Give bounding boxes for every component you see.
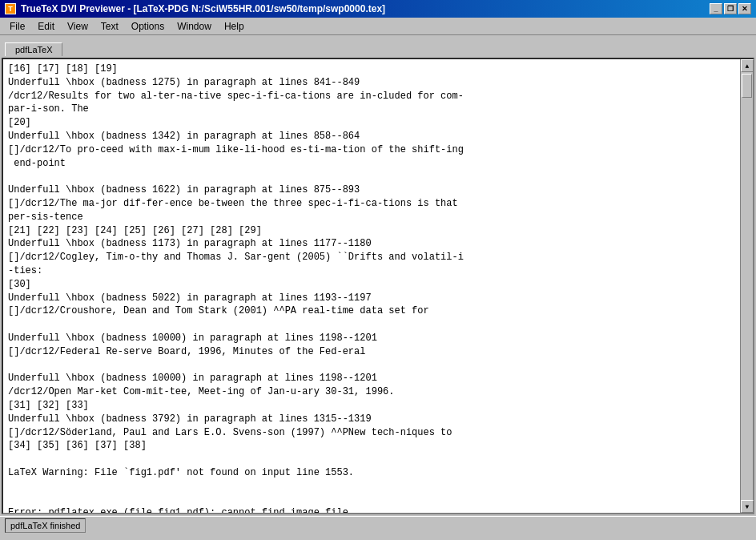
status-text: pdfLaTeX finished bbox=[10, 521, 80, 530]
minimize-button[interactable]: _ bbox=[710, 3, 722, 14]
menu-bar: File Edit View Text Options Window Help bbox=[0, 18, 756, 35]
menu-view[interactable]: View bbox=[61, 18, 94, 34]
menu-window[interactable]: Window bbox=[171, 18, 218, 34]
tab-pdflatex[interactable]: pdfLaTeX bbox=[5, 42, 62, 56]
scroll-track[interactable] bbox=[741, 72, 753, 500]
title-bar: T TrueTeX DVI Previewer - [LaTeX-PDG N:/… bbox=[0, 0, 756, 18]
menu-text[interactable]: Text bbox=[94, 18, 125, 34]
scroll-up-button[interactable]: ▲ bbox=[741, 59, 754, 72]
restore-button[interactable]: ❐ bbox=[724, 3, 737, 14]
window-title: TrueTeX DVI Previewer - [LaTeX-PDG N:/Sc… bbox=[21, 3, 385, 14]
status-bar: pdfLaTeX finished bbox=[0, 516, 756, 534]
close-button[interactable]: ✕ bbox=[738, 3, 751, 14]
scrollbar[interactable]: ▲ ▼ bbox=[740, 59, 753, 513]
title-bar-controls: _ ❐ ✕ bbox=[710, 3, 751, 14]
output-content[interactable]: [16] [17] [18] [19] Underfull \hbox (bad… bbox=[3, 59, 740, 513]
scroll-thumb[interactable] bbox=[742, 74, 752, 98]
menu-help[interactable]: Help bbox=[218, 18, 251, 34]
title-bar-left: T TrueTeX DVI Previewer - [LaTeX-PDG N:/… bbox=[5, 3, 385, 14]
menu-options[interactable]: Options bbox=[125, 18, 171, 34]
status-panel: pdfLaTeX finished bbox=[5, 518, 86, 533]
app-icon: T bbox=[5, 3, 16, 14]
content-wrapper: [16] [17] [18] [19] Underfull \hbox (bad… bbox=[2, 58, 754, 514]
tab-bar: pdfLaTeX bbox=[0, 35, 756, 56]
menu-edit[interactable]: Edit bbox=[31, 18, 61, 34]
scroll-down-button[interactable]: ▼ bbox=[741, 500, 754, 513]
menu-file[interactable]: File bbox=[3, 18, 31, 34]
